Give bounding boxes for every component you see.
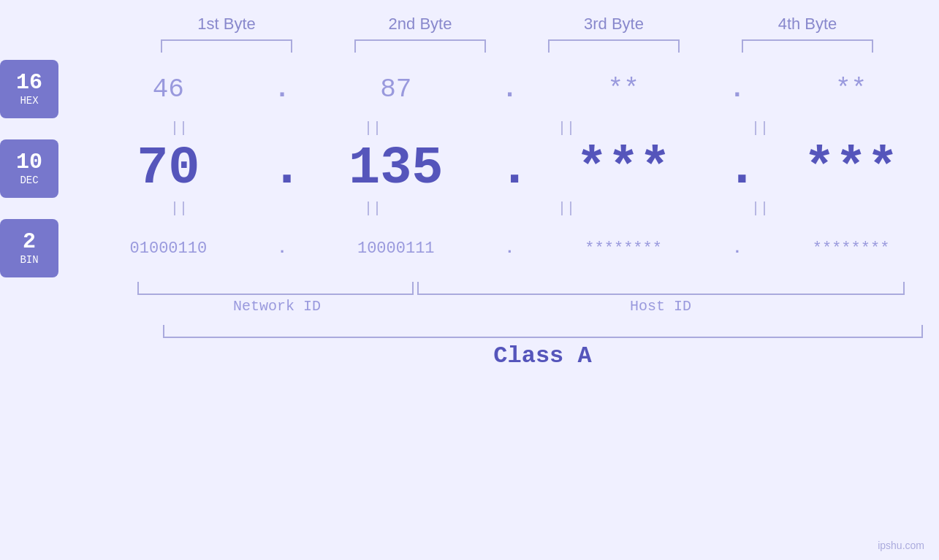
top-brackets xyxy=(130,39,905,53)
byte-header-4: 4th Byte xyxy=(734,15,881,34)
bin-val-1: 01000110 xyxy=(95,239,241,258)
bin-val-3: ******** xyxy=(550,239,696,258)
host-id-label: Host ID xyxy=(417,298,905,315)
byte-headers: 1st Byte 2nd Byte 3rd Byte 4th Byte xyxy=(130,15,905,34)
dec-values-row: 70 . 135 . *** . *** xyxy=(80,139,939,199)
hex-val-2: 87 xyxy=(323,74,469,104)
host-bracket xyxy=(417,282,905,295)
dec-sep-2: . xyxy=(498,139,520,199)
bracket-1 xyxy=(161,39,292,53)
dec-badge: 10 DEC xyxy=(0,139,58,198)
bin-val-4: ******** xyxy=(778,239,924,258)
dec-val-3: *** xyxy=(550,139,696,199)
hex-sep-2: . xyxy=(498,74,520,104)
hex-val-4: ** xyxy=(778,74,924,104)
hex-values-row: 46 . 87 . ** . ** xyxy=(80,74,939,104)
hex-badge: 16 HEX xyxy=(0,60,58,118)
dec-val-1: 70 xyxy=(95,139,241,199)
main-container: 1st Byte 2nd Byte 3rd Byte 4th Byte 16 H… xyxy=(0,0,939,560)
hex-row: 16 HEX 46 . 87 . ** . ** xyxy=(0,60,939,118)
equals-row-2: || || || || xyxy=(83,202,857,216)
full-bracket xyxy=(163,325,923,338)
bottom-brackets xyxy=(130,282,905,295)
hex-sep-3: . xyxy=(726,74,748,104)
bracket-2 xyxy=(354,39,486,53)
byte-header-1: 1st Byte xyxy=(153,15,300,34)
byte-header-3: 3rd Byte xyxy=(541,15,687,34)
hex-val-1: 46 xyxy=(95,74,241,104)
network-id-label: Network ID xyxy=(137,298,417,315)
bin-sep-3: . xyxy=(726,239,748,258)
bracket-4 xyxy=(742,39,873,53)
byte-header-2: 2nd Byte xyxy=(347,15,493,34)
bin-sep-1: . xyxy=(271,239,293,258)
bin-row: 2 BIN 01000110 . 10000111 . ******** . *… xyxy=(0,219,939,277)
dec-row: 10 DEC 70 . 135 . *** . *** xyxy=(0,139,939,199)
bin-values-row: 01000110 . 10000111 . ******** . *******… xyxy=(80,239,939,258)
dec-sep-3: . xyxy=(726,139,748,199)
bin-val-2: 10000111 xyxy=(323,239,469,258)
equals-row-1: || || || || xyxy=(83,121,857,136)
dec-val-2: 135 xyxy=(323,139,469,199)
dec-sep-1: . xyxy=(271,139,293,199)
bin-sep-2: . xyxy=(498,239,520,258)
watermark: ipshu.com xyxy=(878,540,924,551)
dec-val-4: *** xyxy=(778,139,924,199)
bracket-3 xyxy=(548,39,680,53)
class-label: Class A xyxy=(163,342,923,369)
hex-val-3: ** xyxy=(550,74,696,104)
id-labels-row: Network ID Host ID xyxy=(130,298,905,315)
bin-badge: 2 BIN xyxy=(0,219,58,277)
hex-sep-1: . xyxy=(271,74,293,104)
network-bracket xyxy=(137,282,414,295)
